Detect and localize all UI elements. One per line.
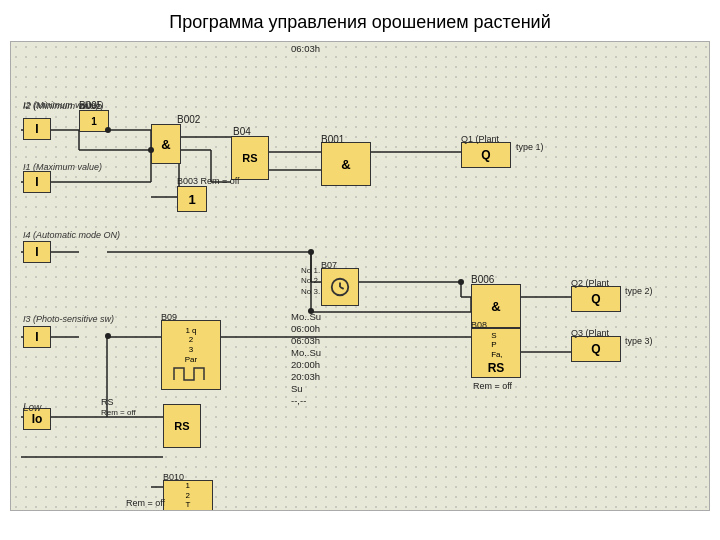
b09-label: B09	[161, 312, 177, 322]
junction-dot-5	[308, 308, 314, 314]
output-Q2: Q	[571, 286, 621, 312]
time-02: 02:00m+	[126, 508, 161, 511]
junction-dot-1	[105, 127, 111, 133]
output-Q1: Q	[461, 142, 511, 168]
time-2: 06:03h	[291, 42, 320, 55]
q2-label: Q2 (Plant	[571, 278, 609, 288]
q1-type: type 1)	[516, 142, 544, 152]
i4-label: I4 (Automatic mode ON)	[23, 230, 120, 240]
b005-label: B005	[79, 100, 102, 111]
junction-dot-6	[458, 279, 464, 285]
rs-left-rem: Rem = off	[101, 408, 136, 417]
dashes: --,--	[291, 394, 306, 407]
b08-rem-off: Rem = off	[473, 380, 512, 393]
i1-label: I1 (Maximum value)	[23, 162, 102, 172]
output-Q3: Q	[571, 336, 621, 362]
q2-type: type 2)	[625, 286, 653, 296]
block-B09: 1 q 2 3 Par	[161, 320, 221, 390]
b010-label: B010	[163, 472, 184, 482]
rs-left-label: RS	[101, 397, 114, 407]
svg-line-41	[340, 287, 344, 289]
junction-dot-4	[308, 249, 314, 255]
junction-dot-2	[148, 147, 154, 153]
b07-no-labels: No 1.No 2.No 3.	[301, 266, 320, 297]
input-i2: I	[23, 118, 51, 140]
input-i1: I	[23, 171, 51, 193]
page-title: Программа управления орошением растений	[0, 0, 720, 41]
b003-label-text: B003 Rem = off	[177, 176, 240, 186]
b002-label: B002	[177, 114, 200, 125]
b001-label: B001	[321, 134, 344, 145]
block-B001: &	[321, 142, 371, 186]
block-B010: 1 2 T	[163, 480, 213, 511]
wires-svg	[11, 42, 709, 510]
b07-label: B07	[321, 260, 337, 270]
junction-dot-3	[105, 333, 111, 339]
block-B04: RS	[231, 136, 269, 180]
b04-label: B04	[233, 126, 251, 137]
input-i3: I	[23, 326, 51, 348]
q3-label: Q3 (Plant	[571, 328, 609, 338]
q3-type: type 3)	[625, 336, 653, 346]
block-RS-left: RS	[163, 404, 201, 448]
diagram-area: I2 (Minimum value) I2 (Minimum value) I1…	[10, 41, 710, 511]
input-i4: I	[23, 241, 51, 263]
block-B08: SPFa, RS	[471, 328, 521, 378]
i3-label: I3 (Photo-sensitive sw)	[23, 314, 114, 324]
b08-label: B08	[471, 320, 487, 330]
low-label: Low	[23, 402, 41, 413]
b006-label: B006	[471, 274, 494, 285]
block-B07	[321, 268, 359, 306]
block-B002: &	[151, 124, 181, 164]
q1-label: Q1 (Plant	[461, 134, 499, 144]
block-B003: 1	[177, 186, 207, 212]
